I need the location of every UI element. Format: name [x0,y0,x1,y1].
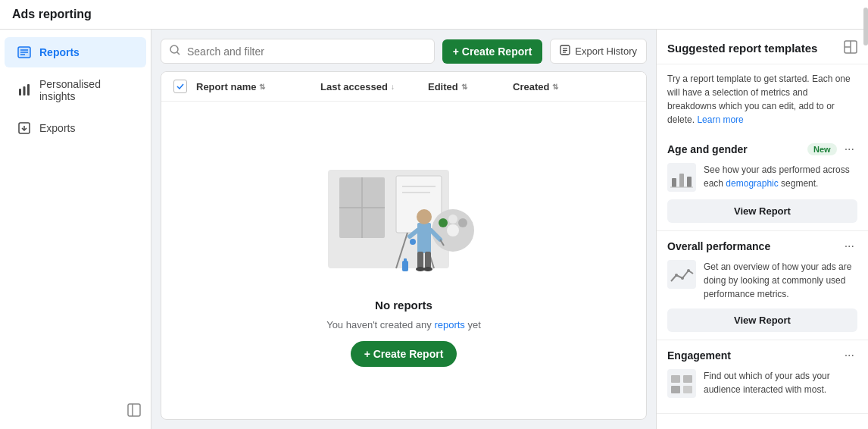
scrollbar-track [863,30,868,429]
svg-rect-42 [402,261,408,271]
export-history-label: Export History [575,45,637,57]
table-empty-state: No reports You haven't created any repor… [161,102,646,419]
right-panel-header: Suggested report templates [657,30,868,64]
template-age-gender-badges: New ··· [807,142,857,157]
view-report-age-gender-button[interactable]: View Report [667,199,857,223]
template-engagement-body: Find out which of your ads your audience… [667,369,857,398]
svg-point-28 [447,224,459,236]
svg-rect-49 [679,174,684,187]
age-gender-icon [667,163,696,192]
main-content: + Create Report Export History [151,30,656,429]
template-age-gender-header: Age and gender New ··· [667,142,857,157]
view-report-overall-button[interactable]: View Report [667,308,857,332]
right-panel-body: Age and gender New ··· [657,134,868,429]
svg-rect-35 [425,252,431,268]
table-header: Report name ⇅ Last accessed ↓ Edited ⇅ C… [161,72,646,102]
template-engagement-desc: Find out which of your ads your audience… [704,369,857,396]
svg-rect-43 [404,258,407,261]
empty-illustration [305,155,502,291]
col-created: Created ⇅ [513,81,634,92]
create-report-empty-button[interactable]: + Create Report [351,341,457,367]
export-history-button[interactable]: Export History [550,39,647,64]
empty-title: No reports [375,299,432,312]
sidebar-item-insights[interactable]: Personalised insights [5,70,146,110]
template-overall-badges: ··· [841,239,857,254]
template-engagement-title: Engagement [667,349,731,362]
right-panel-title: Suggested report templates [667,42,817,55]
svg-rect-5 [19,89,21,96]
app-header: Ads reporting [0,0,868,30]
svg-point-29 [439,218,448,227]
toolbar: + Create Report Export History [161,39,647,64]
svg-rect-57 [671,375,680,383]
svg-point-55 [687,269,690,272]
template-age-gender-body: See how your ads performed across each d… [667,163,857,192]
search-box[interactable] [161,39,435,64]
svg-point-54 [681,277,684,280]
right-panel-desc: Try a report template to get started. Ea… [657,64,868,134]
reports-table: Report name ⇅ Last accessed ↓ Edited ⇅ C… [161,71,647,420]
learn-more-link[interactable]: Learn more [697,114,743,125]
svg-point-41 [410,239,416,245]
sort-edited-icon[interactable]: ⇅ [461,83,467,91]
sidebar-item-insights-label: Personalised insights [39,78,134,102]
overall-icon [667,260,696,289]
template-overall-title: Overall performance [667,240,770,252]
svg-line-13 [177,52,180,55]
sort-accessed-icon[interactable]: ↓ [391,83,395,91]
badge-new: New [807,143,837,155]
template-age-gender-title: Age and gender [667,143,748,155]
sidebar-collapse-button[interactable] [126,402,142,420]
svg-rect-58 [683,375,692,383]
panel-layout-icon[interactable] [844,40,857,56]
sort-name-icon[interactable]: ⇅ [259,83,265,91]
insights-icon [17,83,32,98]
empty-subtitle: You haven't created any reports yet [326,319,481,330]
svg-point-40 [423,267,432,271]
svg-rect-56 [667,369,696,398]
svg-point-53 [675,274,678,277]
svg-rect-7 [27,84,30,96]
engagement-icon [667,369,696,398]
select-all-checkbox[interactable] [173,80,187,93]
template-overall-body: Get an overview of how your ads are doin… [667,260,857,301]
scrollbar-thumb[interactable] [863,30,868,45]
svg-rect-59 [671,386,680,393]
search-input[interactable] [187,45,426,58]
sidebar-item-exports[interactable]: Exports [5,113,146,143]
col-edited: Edited ⇅ [428,81,504,92]
template-overall-header: Overall performance ··· [667,239,857,254]
col-last-accessed: Last accessed ↓ [320,81,419,92]
template-card-age-gender: Age and gender New ··· [657,134,868,231]
right-panel: Suggested report templates Try a report … [656,30,868,429]
template-engagement-header: Engagement ··· [667,348,857,363]
search-icon [169,44,181,58]
template-overall-desc: Get an overview of how your ads are doin… [704,260,857,301]
svg-point-12 [170,45,178,53]
demographic-link[interactable]: demographic [726,178,778,189]
sidebar-item-exports-label: Exports [39,122,75,134]
age-gender-more-button[interactable]: ··· [841,142,857,157]
create-report-button[interactable]: + Create Report [442,39,543,64]
sort-created-icon[interactable]: ⇅ [552,83,558,91]
sidebar-item-reports[interactable]: Reports [5,37,146,67]
sidebar: Reports Personalised insights [0,30,151,429]
svg-rect-52 [667,260,696,289]
template-card-overall: Overall performance ··· [657,231,868,340]
export-icon [560,45,570,58]
template-age-gender-desc: See how your ads performed across each d… [704,163,857,190]
svg-rect-50 [687,177,692,187]
sidebar-item-reports-label: Reports [39,46,80,58]
reports-link[interactable]: reports [434,319,464,330]
svg-rect-48 [672,178,676,187]
reports-icon [17,45,32,60]
app-title: Ads reporting [12,8,92,20]
svg-point-31 [458,218,467,227]
overall-more-button[interactable]: ··· [841,239,857,254]
svg-point-30 [448,214,457,224]
engagement-more-button[interactable]: ··· [841,348,857,363]
template-engagement-badges: ··· [841,348,857,363]
svg-rect-6 [23,86,26,96]
svg-rect-34 [417,252,423,268]
col-report-name: Report name ⇅ [196,81,311,92]
